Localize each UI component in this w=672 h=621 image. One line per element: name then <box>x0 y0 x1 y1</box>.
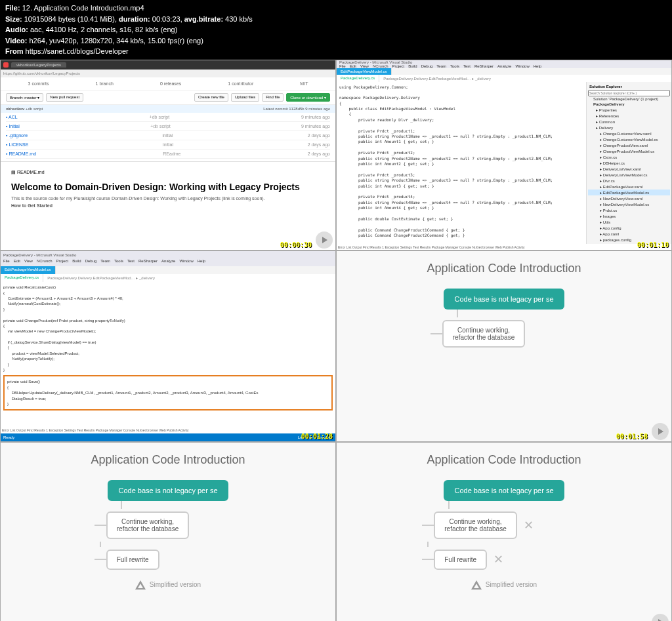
tree-item[interactable]: ▸ NewDeliveryViewModel.cs <box>588 201 670 207</box>
slide-title: Application Code Introduction <box>427 262 581 275</box>
thumbnail-vs-editor: PackageDelivery - Microsoft Visual Studi… <box>336 60 672 251</box>
tree-item[interactable]: ▸ DBHelper.cs <box>588 160 670 166</box>
menu-item[interactable]: Team <box>100 259 110 266</box>
diagram-box-rewrite: Full rewrite <box>106 550 159 570</box>
readme-section: How to Get Started <box>11 203 52 208</box>
play-icon <box>316 231 333 249</box>
tree-item[interactable]: ▸ EditPackageViewModel.cs <box>588 190 670 195</box>
tree-item[interactable]: ▸ Cstm.cs <box>588 154 670 160</box>
branches-count[interactable]: 1 branch <box>96 81 114 86</box>
solution-explorer[interactable]: Solution Explorer Solution 'PackageDeliv… <box>586 82 671 244</box>
releases-count[interactable]: 0 releases <box>160 81 181 86</box>
menu-item[interactable]: Test <box>127 259 135 266</box>
x-icon: ✕ <box>494 552 503 567</box>
menu-item[interactable]: Debug <box>85 259 97 266</box>
contributors-count[interactable]: 1 contributor <box>228 81 253 86</box>
triangle-icon <box>135 580 146 590</box>
diagram-box-main: Code base is not legacy per se <box>444 289 564 310</box>
breadcrumb[interactable]: PackageDelivery.Delivery.EditPackageView… <box>379 75 671 82</box>
tree-item[interactable]: ▸ ChangeProductViewModel.cs <box>588 148 670 154</box>
tree-item[interactable]: ▸ Common <box>588 119 670 125</box>
commits-count[interactable]: 3 commits <box>28 81 49 86</box>
tree-item[interactable]: ▸ References <box>588 113 670 119</box>
tree-item[interactable]: ▸ NewDeliveryView.xaml <box>588 195 670 201</box>
tree-item[interactable]: ▸ ChangeCustomerViewModel.cs <box>588 136 670 142</box>
license[interactable]: MIT <box>300 81 308 86</box>
file-row[interactable]: ▪ LICENSEinitial2 days ago <box>6 140 330 150</box>
thumbnail-diagram-2: Application Code Introduction Code base … <box>0 442 336 621</box>
thumbnail-diagram-1: Application Code Introduction Code base … <box>336 250 672 442</box>
menu-item[interactable]: ReSharper <box>138 259 158 266</box>
highlighted-code-box: private void Save() { DBHelper.UpdateDel… <box>3 375 333 411</box>
thumbnail-diagram-3: Application Code Introduction Code base … <box>336 442 672 621</box>
timestamp: 00:00:30 <box>280 241 312 249</box>
explorer-search[interactable] <box>588 90 670 96</box>
tree-item[interactable]: ▸ ChangeProductView.xaml <box>588 142 670 148</box>
clone-button[interactable]: Clone or download ▾ <box>286 93 330 102</box>
browser-tab[interactable]: vkhorikov/LegacyProjects <box>11 62 66 68</box>
file-row[interactable]: ▪ ACL+db script9 minutes ago <box>6 113 330 122</box>
editor-tab[interactable]: EditPackageViewModel.cs <box>1 266 56 274</box>
menu-item[interactable]: Help <box>198 259 205 266</box>
play-icon <box>652 614 669 621</box>
file-list: ▪ ACL+db script9 minutes ago▪ Initial+db… <box>1 113 335 159</box>
timestamp: 00:01:10 <box>637 241 669 249</box>
menu-item[interactable]: Tools <box>114 259 123 266</box>
tree-item[interactable]: ▸ ChangeCustomerView.xaml <box>588 130 670 136</box>
menu-item[interactable]: View <box>24 259 33 266</box>
output-tabs[interactable]: Error List Output Find Results 1 Excepti… <box>337 244 671 250</box>
readme-title: Welcome to Domain-Driven Design: Working… <box>11 182 325 192</box>
find-file-button[interactable]: Find file <box>262 93 284 102</box>
menu-item[interactable]: Analyze <box>161 259 175 266</box>
tree-item[interactable]: ▸ App.xaml <box>588 231 670 237</box>
simplified-label: Simplified version <box>135 580 201 590</box>
timestamp: 00:01:58 <box>616 433 648 440</box>
file-row[interactable]: ▪ Initial+db script9 minutes ago <box>6 122 330 131</box>
create-file-button[interactable]: Create new file <box>194 93 228 102</box>
tree-item[interactable]: ▸ Dlvr.cs <box>588 178 670 184</box>
tree-item[interactable]: ▸ DeliveryListViewModel.cs <box>588 172 670 178</box>
tree-item[interactable]: ▸ Prdct.cs <box>588 207 670 213</box>
code-editor[interactable]: private void RecalculateCost() { CostEst… <box>1 282 335 427</box>
new-pr-button[interactable]: New pull request <box>46 93 83 102</box>
address-bar[interactable]: https://github.com/vkhorikov/LegacyProje… <box>3 71 80 75</box>
file-row[interactable]: ▪ README.mdREadme2 days ago <box>6 150 330 159</box>
timestamp: 00:01:28 <box>301 433 333 440</box>
play-icon <box>652 423 669 440</box>
tree-item[interactable]: ▸ Delivery <box>588 125 670 130</box>
menu-item[interactable]: Window <box>179 259 193 266</box>
tree-item[interactable]: ▸ DeliveryListView.xaml <box>588 166 670 172</box>
tree-item[interactable]: ▸ Properties <box>588 107 670 113</box>
editor-subtab[interactable]: PackageDelivery.cs <box>337 75 379 82</box>
menu-item[interactable]: Project <box>56 259 69 266</box>
menu-item[interactable]: File <box>3 259 10 266</box>
tree-item[interactable]: ▸ Images <box>588 213 670 219</box>
diagram-box-option: Continue working, refactor the database <box>442 320 526 348</box>
tree-item[interactable]: ▸ Utils <box>588 219 670 225</box>
readme-desc: This is the source code for my Pluralsig… <box>11 196 325 201</box>
editor-tab-active[interactable]: EditPackageViewModel.cs <box>337 68 392 75</box>
opera-icon <box>3 62 9 68</box>
media-info-header: File: 12. Application Code Introduction.… <box>0 0 672 60</box>
thumbnail-github: vkhorikov/LegacyProjects https://github.… <box>0 60 336 251</box>
upload-button[interactable]: Upload files <box>231 93 259 102</box>
menu-item[interactable]: NCrunch <box>37 259 52 266</box>
tree-item[interactable]: ▸ EditPackageView.xaml <box>588 184 670 190</box>
menu-item[interactable]: Build <box>72 259 81 266</box>
branch-button[interactable]: Branch: master ▾ <box>6 93 43 102</box>
tree-item[interactable]: ▸ App.config <box>588 225 670 231</box>
menu-item[interactable]: Edit <box>14 259 20 266</box>
file-row[interactable]: ▪ .gitignoreinitial2 days ago <box>6 131 330 140</box>
code-editor[interactable]: using PackageDelivery.Common; namespace … <box>337 82 586 244</box>
x-icon: ✕ <box>524 518 534 532</box>
readme-label: ▤ README.md <box>11 167 325 178</box>
thumbnail-vs-code: PackageDelivery - Microsoft Visual Studi… <box>0 250 336 442</box>
